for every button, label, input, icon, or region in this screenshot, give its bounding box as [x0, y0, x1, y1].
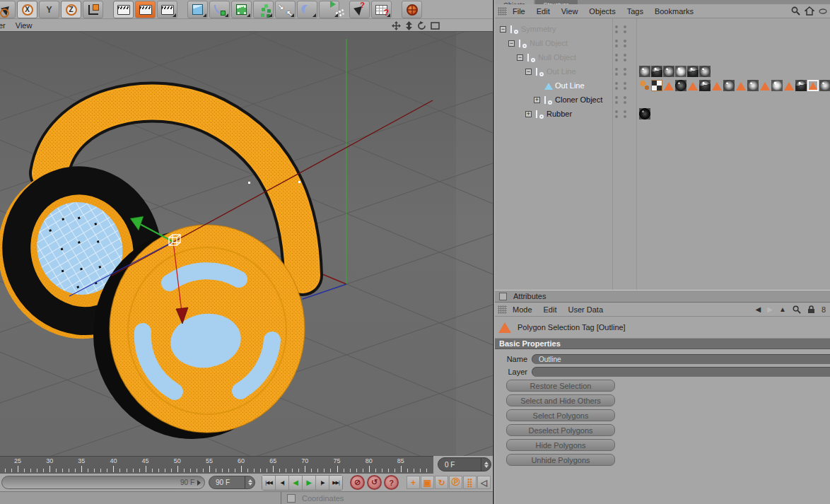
material-tag-icon[interactable] — [663, 66, 674, 77]
material-tag-icon[interactable] — [687, 66, 699, 77]
tree-item-out-line[interactable]: Out Line — [495, 78, 612, 93]
select-polygons-button[interactable]: Select Polygons — [506, 409, 615, 421]
history-forward-icon[interactable]: ▶ — [767, 305, 773, 313]
live-selection-tool[interactable] — [0, 1, 16, 18]
coordinate-system-toggle[interactable] — [83, 1, 103, 18]
grip-icon[interactable] — [498, 7, 507, 16]
unhide-polygons-button[interactable]: Unhide Polygons — [506, 454, 615, 466]
play-forwards-button[interactable]: ▶ — [303, 476, 316, 490]
material-tag-icon[interactable] — [675, 66, 686, 77]
tag-icon[interactable] — [747, 80, 759, 91]
add-hypernurbs-button[interactable] — [231, 1, 252, 18]
visibility-dot-pair[interactable] — [615, 22, 633, 36]
visibility-dot-pair[interactable] — [615, 93, 633, 107]
tree-item-null-object-2[interactable]: − Null Object — [495, 50, 612, 64]
pan-view-icon[interactable] — [392, 21, 401, 30]
tag-icon[interactable] — [771, 80, 783, 91]
record-position-toggle[interactable]: + — [407, 476, 420, 489]
lock-icon[interactable] — [807, 305, 815, 314]
layer-field[interactable] — [532, 367, 830, 377]
home-icon[interactable] — [805, 6, 814, 16]
record-keyframe-button[interactable]: ⊘ — [350, 475, 365, 490]
parent-object-icon[interactable]: ▲ — [779, 305, 786, 313]
menu-item[interactable]: Mode — [513, 305, 532, 314]
add-scene-object-button[interactable] — [297, 1, 317, 18]
search-icon[interactable] — [791, 6, 800, 16]
expander-box[interactable]: + — [534, 97, 540, 103]
menu-item[interactable]: User Data — [568, 305, 604, 314]
expander-box[interactable]: − — [508, 40, 515, 47]
visibility-dot-pair[interactable] — [615, 78, 633, 93]
expander-box[interactable]: − — [525, 69, 532, 75]
tag-icon[interactable] — [651, 80, 662, 91]
sound-toggle[interactable]: ◁ — [477, 476, 491, 489]
name-field[interactable]: Outline — [532, 354, 830, 364]
menu-item[interactable]: Edit — [537, 7, 550, 16]
hide-polygons-button[interactable]: Hide Polygons — [506, 439, 615, 451]
structure-help-button[interactable] — [371, 1, 392, 18]
basic-properties-header[interactable]: Basic Properties — [495, 338, 830, 349]
record-pla-toggle[interactable]: ⣿ — [463, 476, 477, 489]
add-primitive-button[interactable] — [187, 1, 208, 18]
tag-icon[interactable] — [819, 80, 830, 91]
next-frame-button[interactable]: |▶ — [316, 476, 329, 490]
select-and-hide-others-button[interactable]: Select and Hide Others — [506, 394, 615, 406]
tag-icon[interactable] — [759, 80, 771, 91]
visibility-dot-pair[interactable] — [615, 36, 633, 50]
menu-item[interactable]: File — [513, 7, 525, 16]
record-scale-toggle[interactable]: ▣ — [421, 476, 434, 489]
keyframe-help-button[interactable]: ? — [384, 475, 399, 490]
tree-item-rubber[interactable]: + Rubber — [495, 107, 612, 121]
record-rotation-toggle[interactable]: ↻ — [435, 476, 448, 489]
object-manager[interactable]: − Symmetry − Null Object − Null Object −… — [495, 18, 830, 290]
attributes-titlebar[interactable]: Attributes — [495, 290, 830, 303]
menu-item[interactable]: Objects — [589, 7, 615, 16]
tree-item-cloner-object[interactable]: + Cloner Object — [495, 93, 612, 107]
tag-icon[interactable] — [735, 80, 747, 91]
expander-box[interactable]: + — [525, 111, 532, 117]
add-deformer-button[interactable] — [275, 1, 296, 18]
tree-item-null-object-1[interactable]: − Null Object — [495, 36, 612, 50]
menu-item[interactable]: Tags — [627, 7, 643, 16]
goto-end-button[interactable]: ▶▶| — [329, 476, 342, 490]
coordinates-checkbox[interactable] — [287, 494, 296, 503]
play-backwards-button[interactable]: ◀ — [289, 476, 303, 490]
history-count[interactable]: 8 — [822, 305, 826, 314]
tag-icon[interactable] — [807, 80, 819, 91]
material-tag-icon[interactable] — [639, 108, 650, 119]
grip-icon[interactable] — [498, 305, 507, 314]
render-view-button[interactable] — [113, 1, 134, 18]
viewport-menu-clipped[interactable]: er — [0, 21, 6, 30]
tag-icon[interactable] — [699, 80, 711, 91]
visibility-dot-pair[interactable] — [615, 50, 633, 64]
snap-settings-button[interactable] — [349, 1, 370, 18]
tag-icon[interactable] — [795, 80, 807, 91]
tag-icon[interactable] — [687, 80, 699, 91]
previous-frame-button[interactable]: ◀| — [276, 476, 289, 490]
tag-icon[interactable] — [711, 80, 723, 91]
tree-item-out-line-parent[interactable]: − Out Line — [495, 64, 612, 78]
visibility-dot-pair[interactable] — [615, 64, 633, 78]
visibility-dot-pair[interactable] — [615, 107, 633, 121]
deselect-polygons-button[interactable]: Deselect Polygons — [506, 424, 615, 436]
history-back-icon[interactable]: ◀ — [756, 305, 761, 313]
content-browser-button[interactable] — [402, 1, 422, 18]
add-modeling-object-button[interactable] — [253, 1, 274, 18]
menu-item[interactable]: Edit — [544, 305, 557, 314]
frame-field[interactable]: 90 F — [209, 476, 255, 489]
record-parameter-toggle[interactable]: Ⓟ — [449, 476, 462, 489]
zoom-view-icon[interactable] — [405, 21, 413, 30]
current-frame-spinner[interactable]: 0 F — [438, 457, 491, 471]
timeline-range-slider[interactable]: 90 F — [1, 476, 205, 489]
goto-start-button[interactable]: |◀◀ — [262, 476, 276, 490]
path-oval-icon[interactable] — [819, 8, 827, 14]
menu-item[interactable]: Bookmarks — [655, 7, 694, 16]
add-spline-button[interactable] — [209, 1, 230, 18]
autokey-button[interactable]: ↺ — [367, 475, 382, 490]
z-axis-lock[interactable]: Z — [61, 1, 81, 18]
tag-icon[interactable] — [783, 80, 795, 91]
material-tag-icon[interactable] — [651, 66, 662, 77]
rotate-view-icon[interactable] — [417, 21, 426, 30]
tag-icon[interactable] — [663, 80, 674, 91]
render-settings-button[interactable] — [157, 1, 177, 18]
